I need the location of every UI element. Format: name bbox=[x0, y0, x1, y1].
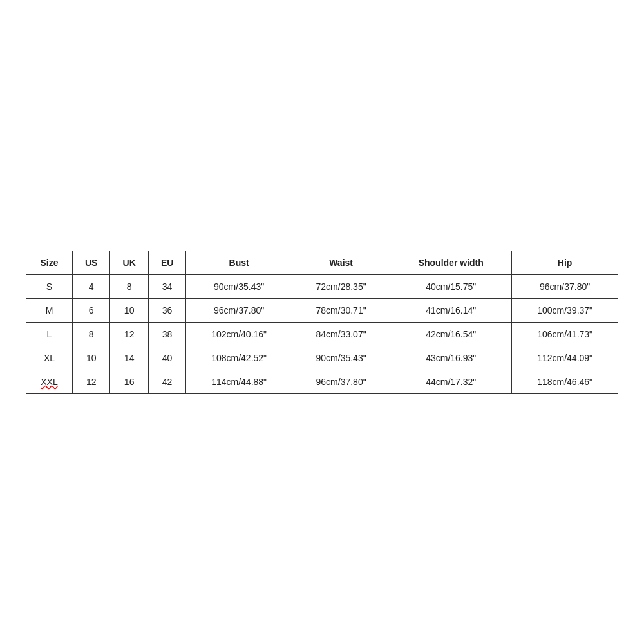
cell-eu: 38 bbox=[148, 322, 185, 346]
cell-us: 6 bbox=[73, 298, 110, 322]
cell-shoulder: 41cm/16.14" bbox=[390, 298, 512, 322]
cell-bust: 108cm/42.52" bbox=[186, 346, 292, 370]
cell-eu: 34 bbox=[148, 274, 185, 298]
cell-us: 10 bbox=[73, 346, 110, 370]
cell-size: M bbox=[26, 298, 73, 322]
table-row: XL101440108cm/42.52"90cm/35.43"43cm/16.9… bbox=[26, 346, 618, 370]
cell-eu: 42 bbox=[148, 370, 185, 393]
cell-us: 12 bbox=[73, 370, 110, 393]
header-waist: Waist bbox=[292, 251, 390, 274]
cell-hip: 112cm/44.09" bbox=[512, 346, 618, 370]
header-shoulder-width: Shoulder width bbox=[390, 251, 512, 274]
header-hip: Hip bbox=[512, 251, 618, 274]
cell-hip: 118cm/46.46" bbox=[512, 370, 618, 393]
cell-size: L bbox=[26, 322, 73, 346]
cell-uk: 14 bbox=[110, 346, 149, 370]
table-row: L81238102cm/40.16"84cm/33.07"42cm/16.54"… bbox=[26, 322, 618, 346]
cell-eu: 40 bbox=[148, 346, 185, 370]
cell-us: 4 bbox=[73, 274, 110, 298]
page-wrapper: Size US UK EU Bust Waist Shoulder width … bbox=[0, 0, 644, 644]
cell-bust: 114cm/44.88" bbox=[186, 370, 292, 393]
header-us: US bbox=[73, 251, 110, 274]
cell-hip: 100cm/39.37" bbox=[512, 298, 618, 322]
cell-shoulder: 42cm/16.54" bbox=[390, 322, 512, 346]
cell-size: XXL bbox=[26, 370, 73, 393]
cell-size: S bbox=[26, 274, 73, 298]
cell-us: 8 bbox=[73, 322, 110, 346]
header-bust: Bust bbox=[186, 251, 292, 274]
cell-shoulder: 43cm/16.93" bbox=[390, 346, 512, 370]
cell-size: XL bbox=[26, 346, 73, 370]
cell-bust: 102cm/40.16" bbox=[186, 322, 292, 346]
table-row: S483490cm/35.43"72cm/28.35"40cm/15.75"96… bbox=[26, 274, 618, 298]
cell-waist: 90cm/35.43" bbox=[292, 346, 390, 370]
cell-uk: 10 bbox=[110, 298, 149, 322]
table-header-row: Size US UK EU Bust Waist Shoulder width … bbox=[26, 251, 618, 274]
header-uk: UK bbox=[110, 251, 149, 274]
cell-waist: 84cm/33.07" bbox=[292, 322, 390, 346]
cell-hip: 96cm/37.80" bbox=[512, 274, 618, 298]
cell-waist: 72cm/28.35" bbox=[292, 274, 390, 298]
cell-uk: 8 bbox=[110, 274, 149, 298]
cell-waist: 78cm/30.71" bbox=[292, 298, 390, 322]
header-eu: EU bbox=[148, 251, 185, 274]
cell-waist: 96cm/37.80" bbox=[292, 370, 390, 393]
table-row: XXL121642114cm/44.88"96cm/37.80"44cm/17.… bbox=[26, 370, 618, 393]
cell-shoulder: 40cm/15.75" bbox=[390, 274, 512, 298]
cell-eu: 36 bbox=[148, 298, 185, 322]
cell-bust: 96cm/37.80" bbox=[186, 298, 292, 322]
cell-shoulder: 44cm/17.32" bbox=[390, 370, 512, 393]
size-chart-container: Size US UK EU Bust Waist Shoulder width … bbox=[26, 251, 618, 394]
header-size: Size bbox=[26, 251, 73, 274]
cell-bust: 90cm/35.43" bbox=[186, 274, 292, 298]
table-row: M6103696cm/37.80"78cm/30.71"41cm/16.14"1… bbox=[26, 298, 618, 322]
cell-uk: 12 bbox=[110, 322, 149, 346]
cell-uk: 16 bbox=[110, 370, 149, 393]
cell-hip: 106cm/41.73" bbox=[512, 322, 618, 346]
size-chart-table: Size US UK EU Bust Waist Shoulder width … bbox=[26, 251, 618, 394]
